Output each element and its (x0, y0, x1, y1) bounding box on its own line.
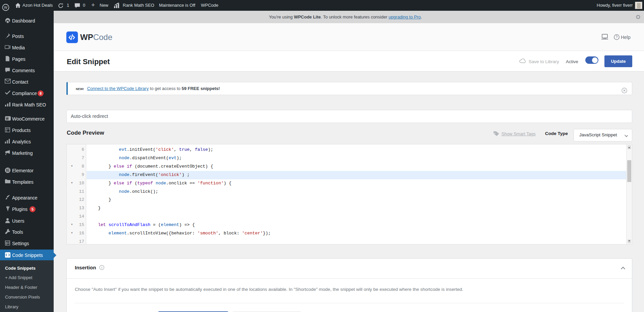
svg-text:i: i (101, 266, 102, 269)
svg-text:?: ? (616, 35, 618, 39)
svg-text:W: W (4, 5, 8, 9)
